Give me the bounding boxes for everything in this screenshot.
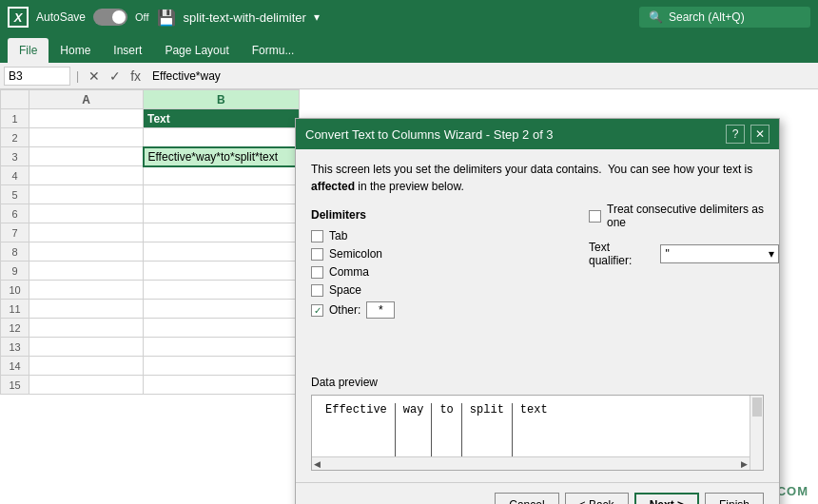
table-row: 11 [1,300,300,319]
preview-col-way: way [396,403,433,462]
search-box[interactable]: 🔍 Search (Alt+Q) [639,7,810,28]
data-preview-section: Data preview Effective way to spl [311,376,764,471]
delimiter-comma-row: Comma [311,265,444,279]
autosave-label: AutoSave [36,10,86,24]
preview-to: to [439,403,453,417]
scroll-left-icon[interactable]: ◀ [314,459,321,469]
cell-b9[interactable] [144,262,300,281]
autosave-toggle[interactable] [93,9,127,26]
cell-a12[interactable] [29,319,144,338]
dialog-titlebar: Convert Text to Columns Wizard - Step 2 … [296,119,779,149]
cell-a4[interactable] [29,166,144,185]
dialog-description: This screen lets you set the delimiters … [311,161,764,195]
delimiter-tab-checkbox[interactable] [311,230,323,242]
preview-vertical-scrollbar[interactable] [750,396,763,470]
preview-col-to: to [432,403,461,462]
formula-input[interactable] [148,68,814,85]
row-header-14: 14 [1,357,29,376]
row-header-11: 11 [1,300,29,319]
next-button[interactable]: Next > [634,493,699,504]
delimiter-other-input[interactable] [366,301,395,319]
preview-split: split [470,403,504,417]
delimiter-space-checkbox[interactable] [311,284,323,297]
table-row: 3 Effective*way*to*split*text [1,147,300,166]
cell-a2[interactable] [29,128,144,147]
insert-function-btn[interactable]: fx [127,68,145,84]
cell-a6[interactable] [29,204,144,223]
col-header-b[interactable]: B [144,90,300,109]
confirm-formula-btn[interactable]: ✓ [106,68,125,84]
row-header-2: 2 [1,128,29,147]
preview-horizontal-scrollbar[interactable]: ◀ ▶ [312,456,750,470]
cell-b2[interactable] [144,128,300,147]
cell-a7[interactable] [29,223,144,242]
spreadsheet-grid: A B 1 Text 2 3 Effective*way*to*split*te… [0,89,300,395]
tab-file[interactable]: File [8,38,49,63]
dialog-help-btn[interactable]: ? [726,125,745,144]
preview-effective: Effective [325,403,387,417]
tab-insert[interactable]: Insert [102,38,153,63]
title-bar: X AutoSave Off 💾 split-text-with-delimit… [0,0,818,34]
cell-a1[interactable] [29,109,144,128]
cancel-button[interactable]: Cancel [495,493,558,504]
dialog-close-btn[interactable]: ✕ [750,125,769,144]
delimiter-comma-checkbox[interactable] [311,266,323,279]
scroll-right-icon[interactable]: ▶ [741,459,748,469]
cell-reference-box[interactable] [4,67,70,86]
delimiter-semicolon-checkbox[interactable] [311,248,323,261]
delimiter-space-label: Space [329,283,361,297]
cell-a8[interactable] [29,242,144,262]
save-icon[interactable]: 💾 [157,8,176,27]
table-row: 13 [1,338,300,357]
cell-a3[interactable] [29,147,144,166]
cell-b8[interactable] [144,242,300,262]
cell-a14[interactable] [29,357,144,376]
consecutive-row: Treat consecutive delimiters as one [589,203,779,229]
cell-a9[interactable] [29,262,144,281]
table-row: 15 [1,376,300,395]
tab-formulas[interactable]: Formu... [241,38,306,63]
delimiter-other-checkbox[interactable] [311,304,323,317]
cell-b5[interactable] [144,185,300,204]
cell-b4[interactable] [144,166,300,185]
qualifier-value: " [665,247,669,261]
dialog-footer: Cancel < Back Next > Finish [296,482,779,504]
cell-a11[interactable] [29,300,144,319]
cell-a5[interactable] [29,185,144,204]
table-row: 14 [1,357,300,376]
cell-b14[interactable] [144,357,300,376]
ribbon-tabs: File Home Insert Page Layout Formu... [0,34,818,63]
cell-b7[interactable] [144,223,300,242]
table-row: 8 [1,242,300,262]
cell-b3[interactable]: Effective*way*to*split*text [144,147,300,166]
cell-b1[interactable]: Text [144,109,300,128]
cell-b13[interactable] [144,338,300,357]
cell-a13[interactable] [29,338,144,357]
tab-home[interactable]: Home [49,38,102,63]
finish-button[interactable]: Finish [705,493,764,504]
cell-a10[interactable] [29,281,144,300]
tab-page-layout[interactable]: Page Layout [153,38,240,63]
qualifier-dropdown-icon: ▾ [769,247,774,261]
qualifier-select[interactable]: " ▾ [660,244,779,263]
cell-b12[interactable] [144,319,300,338]
row-header-7: 7 [1,223,29,242]
cell-b11[interactable] [144,300,300,319]
consecutive-checkbox[interactable] [589,210,601,223]
app-logo: X [8,7,29,28]
cell-a15[interactable] [29,376,144,395]
back-button[interactable]: < Back [565,493,629,504]
cell-b10[interactable] [144,281,300,300]
search-icon: 🔍 [649,10,663,24]
cell-b6[interactable] [144,204,300,223]
table-row: 6 [1,204,300,223]
dialog-title: Convert Text to Columns Wizard - Step 2 … [305,127,554,142]
row-header-12: 12 [1,319,29,338]
row-header-13: 13 [1,338,29,357]
cell-b15[interactable] [144,376,300,395]
row-header-4: 4 [1,166,29,185]
col-header-a[interactable]: A [29,90,144,109]
autosave-state: Off [135,11,148,23]
table-row: 10 [1,281,300,300]
cancel-formula-btn[interactable]: ✕ [85,68,104,84]
